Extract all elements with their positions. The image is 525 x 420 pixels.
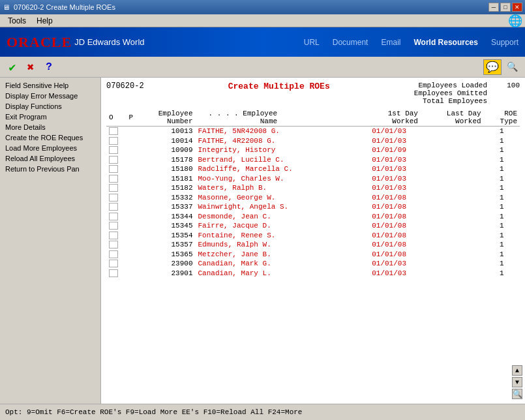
sidebar-item-create-roe[interactable]: Create the ROE Reques (0, 132, 100, 143)
opt-input[interactable] (109, 213, 118, 220)
nav-email[interactable]: Email (381, 38, 400, 47)
cell-opt[interactable] (106, 269, 126, 278)
search-icon[interactable]: 🔍 (504, 59, 520, 75)
opt-input[interactable] (109, 241, 118, 248)
nav-support[interactable]: Support (491, 38, 518, 47)
cell-roe-type: 1 (484, 164, 520, 174)
sidebar-item-display-functions[interactable]: Display Functions (0, 101, 100, 112)
cell-roe-type: 1 (484, 183, 520, 193)
help-button[interactable]: ? (42, 60, 56, 74)
minimize-button[interactable]: ─ (488, 3, 499, 12)
opt-input[interactable] (109, 146, 118, 154)
table-header-row: O P EmployeeNumber . . . . Employee Name… (106, 109, 520, 127)
cell-opt[interactable] (106, 212, 126, 222)
col-header-last-day: Last DayWorked (421, 109, 484, 127)
cell-opt[interactable] (106, 164, 126, 174)
toolbar: ✔ ✖ ? 💬 🔍 (0, 57, 525, 78)
nav-world-resources[interactable]: World Resources (413, 38, 477, 47)
stat-total-label: Total Employees (423, 97, 487, 105)
cell-p (126, 155, 140, 165)
cell-opt[interactable] (106, 250, 126, 260)
titlebar-title: 070620-2 Create Multiple ROEs (14, 3, 115, 11)
close-button[interactable]: ✕ (512, 3, 522, 12)
cell-first-day: 01/01/08 (357, 202, 421, 212)
cell-opt[interactable] (106, 145, 126, 155)
cell-number: 10014 (140, 136, 195, 146)
cell-opt[interactable] (106, 259, 126, 269)
cell-p (126, 240, 140, 250)
opt-input[interactable] (109, 269, 118, 277)
cell-name: Wainwright, Angela S. (196, 202, 358, 212)
zoom-icon[interactable]: 🔍 (512, 389, 522, 399)
cell-name: FAITHE, 4R22008 G. (196, 136, 358, 146)
nav-document[interactable]: Document (333, 38, 368, 47)
opt-input[interactable] (109, 165, 118, 173)
sidebar-item-more-details[interactable]: More Details (0, 122, 100, 132)
ok-button[interactable]: ✔ (5, 60, 20, 74)
table-row: 15182 Waters, Ralph B. 01/01/03 1 (106, 183, 520, 193)
cell-last-day (421, 202, 484, 212)
opt-input[interactable] (109, 194, 118, 202)
cell-opt[interactable] (106, 240, 126, 250)
menu-help[interactable]: Help (31, 15, 58, 27)
opt-input[interactable] (109, 250, 118, 258)
opt-input[interactable] (109, 156, 118, 164)
opt-input[interactable] (109, 127, 118, 135)
opt-input[interactable] (109, 232, 118, 239)
maximize-button[interactable]: □ (500, 3, 511, 12)
cell-name: Edmunds, Ralph W. (196, 240, 358, 250)
sidebar-item-field-sensitive-help[interactable]: Field Sensitive Help (0, 80, 100, 91)
table-row: 15357 Edmunds, Ralph W. 01/01/08 1 (106, 240, 520, 250)
opt-input[interactable] (109, 260, 118, 267)
scroll-up-button[interactable]: ▲ (512, 365, 522, 376)
employee-table: O P EmployeeNumber . . . . Employee Name… (106, 109, 520, 278)
cell-opt[interactable] (106, 183, 126, 193)
cell-opt[interactable] (106, 202, 126, 212)
cell-number: 15344 (140, 212, 195, 222)
cell-opt[interactable] (106, 127, 126, 136)
cell-number: 15357 (140, 240, 195, 250)
cell-opt[interactable] (106, 136, 126, 146)
opt-input[interactable] (109, 184, 118, 192)
cell-first-day: 01/01/03 (357, 183, 421, 193)
sidebar-item-return[interactable]: Return to Previous Pan (0, 164, 100, 174)
sidebar-item-display-error[interactable]: Display Error Message (0, 91, 100, 101)
cell-opt[interactable] (106, 221, 126, 231)
titlebar-controls[interactable]: ─ □ ✕ (488, 3, 522, 12)
opt-input[interactable] (109, 137, 118, 145)
cell-p (126, 164, 140, 174)
nav-url[interactable]: URL (304, 38, 320, 47)
cell-p (126, 202, 140, 212)
cell-name: Masonne, George W. (196, 193, 358, 203)
opt-input[interactable] (109, 203, 118, 211)
cell-first-day: 01/01/08 (357, 221, 421, 231)
titlebar: 🖥 070620-2 Create Multiple ROEs ─ □ ✕ (0, 0, 525, 14)
oracle-logo: ORACLE JD Edwards World (7, 34, 145, 51)
menu-tools[interactable]: Tools (3, 15, 31, 27)
sidebar-item-load-more[interactable]: Load More Employees (0, 143, 100, 153)
chat-icon[interactable]: 💬 (483, 59, 502, 75)
cell-opt[interactable] (106, 155, 126, 165)
cell-p (126, 193, 140, 203)
opt-input[interactable] (109, 175, 118, 183)
cell-last-day (421, 240, 484, 250)
table-row: 15180 Radcliffe, Marcella C. 01/01/03 1 (106, 164, 520, 174)
scroll-down-button[interactable]: ▼ (512, 377, 522, 387)
cancel-button[interactable]: ✖ (23, 60, 38, 74)
cell-number: 23901 (140, 269, 195, 278)
cell-p (126, 174, 140, 184)
cell-name: Desmonde, Jean C. (196, 212, 358, 222)
opt-input[interactable] (109, 222, 118, 230)
content-area: 070620-2 Create Multiple ROEs Employees … (101, 78, 525, 404)
cell-roe-type: 1 (484, 145, 520, 155)
cell-roe-type: 1 (484, 174, 520, 184)
col-header-roe-type: ROEType (484, 109, 520, 127)
cell-opt[interactable] (106, 231, 126, 241)
cell-opt[interactable] (106, 193, 126, 203)
cell-opt[interactable] (106, 174, 126, 184)
sidebar-item-reload-all[interactable]: Reload All Employees (0, 153, 100, 164)
cell-number: 15182 (140, 183, 195, 193)
cell-p (126, 231, 140, 241)
cell-last-day (421, 155, 484, 165)
sidebar-item-exit-program[interactable]: Exit Program (0, 112, 100, 122)
